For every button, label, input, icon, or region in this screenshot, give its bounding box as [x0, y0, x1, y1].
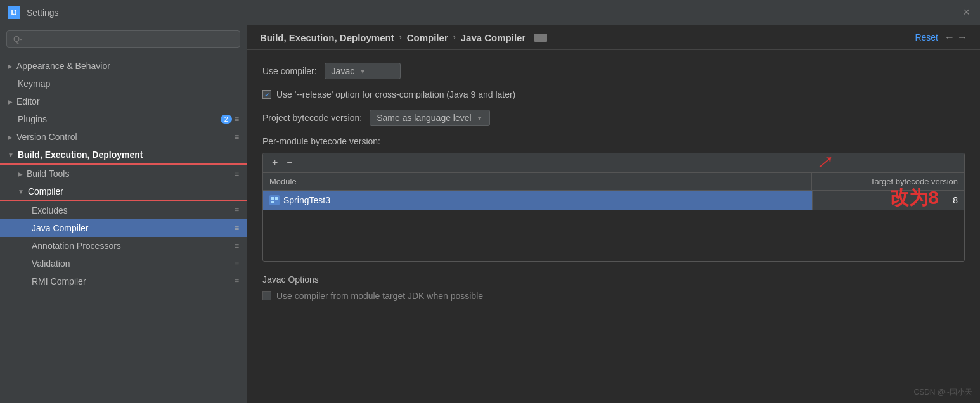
table-header: Module Target bytecode version	[263, 173, 964, 191]
breadcrumb-separator-1: ›	[399, 33, 402, 42]
breadcrumb-separator-2: ›	[453, 33, 456, 42]
table-empty-area	[263, 210, 964, 261]
project-bytecode-row: Project bytecode version: Same as langua…	[262, 110, 965, 126]
arrow-right-icon: ▶	[8, 63, 13, 70]
dropdown-arrow-icon: ▼	[477, 115, 483, 122]
sidebar-item-version-control[interactable]: ▶ Version Control ≡	[0, 128, 247, 146]
javac-option-checkbox[interactable]	[262, 291, 271, 300]
sidebar-item-label: Version Control	[16, 132, 235, 142]
sidebar-item-label: Annotation Processors	[32, 241, 235, 251]
compiler-value: Javac	[332, 66, 355, 76]
use-compiler-row: Use compiler: Javac ▼	[262, 63, 965, 79]
project-bytecode-value: Same as language level	[377, 113, 471, 123]
breadcrumb-part3: Java Compiler	[461, 32, 526, 43]
app-icon: IJ	[8, 6, 20, 19]
table-toolbar: + −	[263, 153, 964, 173]
pin-icon: ≡	[235, 277, 239, 286]
title-bar-left: IJ Settings	[8, 6, 59, 19]
main-layout: ▶ Appearance & Behavior Keymap ▶ Editor …	[0, 25, 980, 403]
version-column-header: Target bytecode version	[812, 173, 964, 190]
release-option-row: Use '--release' option for cross-compila…	[262, 89, 965, 99]
javac-checkbox-row: Use compiler from module target JDK when…	[262, 291, 965, 301]
sidebar: ▶ Appearance & Behavior Keymap ▶ Editor …	[0, 25, 247, 403]
javac-options-title: Javac Options	[262, 274, 965, 285]
content-header: Build, Execution, Deployment › Compiler …	[247, 25, 980, 50]
project-bytecode-label: Project bytecode version:	[262, 113, 362, 123]
arrow-down-icon: ▼	[8, 151, 14, 158]
compiler-dropdown[interactable]: Javac ▼	[325, 63, 401, 79]
module-cell: SpringTest3	[263, 191, 812, 210]
sidebar-item-annotation-processors[interactable]: Annotation Processors ≡	[0, 237, 247, 255]
reset-button[interactable]: Reset	[915, 32, 938, 42]
sidebar-item-excludes[interactable]: Excludes ≡	[0, 202, 247, 219]
nav-arrows: ← →	[945, 32, 967, 43]
sidebar-item-build-exec-deploy[interactable]: ▼ Build, Execution, Deployment	[0, 146, 247, 165]
close-button[interactable]: ×	[960, 6, 972, 19]
arrow-right-icon: ▶	[18, 170, 23, 177]
per-module-title: Per-module bytecode version:	[262, 136, 965, 146]
svg-rect-0	[271, 197, 274, 200]
arrow-right-icon: ▶	[8, 134, 13, 141]
version-cell[interactable]: 8	[812, 191, 964, 210]
content-body: Use compiler: Javac ▼ Use '--release' op…	[247, 50, 980, 403]
module-icon	[269, 195, 280, 205]
project-bytecode-dropdown[interactable]: Same as language level ▼	[370, 110, 489, 126]
use-compiler-label: Use compiler:	[262, 66, 317, 76]
title-bar: IJ Settings ×	[0, 0, 980, 25]
search-input[interactable]	[6, 30, 240, 48]
pin-icon: ≡	[235, 169, 239, 178]
sidebar-item-compiler[interactable]: ▼ Compiler	[0, 182, 247, 202]
sidebar-item-plugins[interactable]: Plugins 2 ≡	[0, 110, 247, 128]
arrow-right-icon: ▶	[8, 98, 13, 105]
sidebar-item-appearance[interactable]: ▶ Appearance & Behavior	[0, 57, 247, 75]
sidebar-item-label: Build Tools	[27, 169, 235, 179]
forward-button[interactable]: →	[957, 32, 967, 43]
sidebar-item-label: Java Compiler	[32, 223, 235, 233]
plugins-badge: 2	[221, 115, 232, 124]
svg-rect-2	[271, 201, 274, 203]
back-button[interactable]: ←	[945, 32, 955, 43]
sidebar-item-rmi-compiler[interactable]: RMI Compiler ≡	[0, 272, 247, 290]
window-title: Settings	[27, 8, 59, 18]
content-area: Build, Execution, Deployment › Compiler …	[247, 25, 980, 403]
breadcrumb-menu-icon[interactable]	[534, 34, 547, 42]
watermark: CSDN @~国小天	[913, 387, 972, 398]
sidebar-item-validation[interactable]: Validation ≡	[0, 255, 247, 272]
sidebar-item-editor[interactable]: ▶ Editor	[0, 93, 247, 110]
sidebar-item-label: Editor	[16, 96, 239, 106]
module-column-header: Module	[263, 173, 812, 190]
pin-icon: ≡	[235, 224, 239, 233]
sidebar-item-label: Build, Execution, Deployment	[18, 150, 239, 160]
pin-icon: ≡	[235, 259, 239, 268]
table-row[interactable]: SpringTest3 8	[263, 191, 964, 210]
sidebar-item-label: Appearance & Behavior	[16, 61, 239, 71]
arrow-down-icon: ▼	[18, 188, 24, 195]
header-actions: Reset ← →	[915, 32, 967, 43]
breadcrumb-part1: Build, Execution, Deployment	[260, 32, 394, 43]
module-name: SpringTest3	[283, 195, 330, 205]
sidebar-item-label: Validation	[32, 259, 235, 269]
sidebar-item-label: Compiler	[28, 186, 239, 196]
sidebar-item-keymap[interactable]: Keymap	[0, 75, 247, 93]
sidebar-item-build-tools[interactable]: ▶ Build Tools ≡	[0, 165, 247, 182]
release-option-checkbox[interactable]	[262, 90, 271, 99]
pin-icon: ≡	[235, 115, 239, 124]
dropdown-arrow-icon: ▼	[359, 68, 366, 75]
remove-module-button[interactable]: −	[283, 156, 296, 170]
svg-rect-1	[275, 197, 278, 200]
breadcrumb: Build, Execution, Deployment › Compiler …	[260, 32, 547, 43]
sidebar-item-java-compiler[interactable]: Java Compiler ≡	[0, 219, 247, 237]
search-box	[0, 25, 247, 53]
breadcrumb-part2: Compiler	[407, 32, 448, 43]
release-option-label: Use '--release' option for cross-compila…	[276, 89, 515, 99]
sidebar-nav: ▶ Appearance & Behavior Keymap ▶ Editor …	[0, 53, 247, 403]
sidebar-item-label: Excludes	[32, 205, 235, 215]
sidebar-item-label: RMI Compiler	[32, 276, 235, 286]
pin-icon: ≡	[235, 206, 239, 215]
add-module-button[interactable]: +	[268, 156, 281, 170]
pin-icon: ≡	[235, 241, 239, 250]
sidebar-item-label: Plugins	[8, 114, 221, 124]
pin-icon: ≡	[235, 132, 239, 141]
module-table-area: + − Module Target bytecode version	[262, 153, 965, 262]
javac-option-label: Use compiler from module target JDK when…	[276, 291, 483, 301]
